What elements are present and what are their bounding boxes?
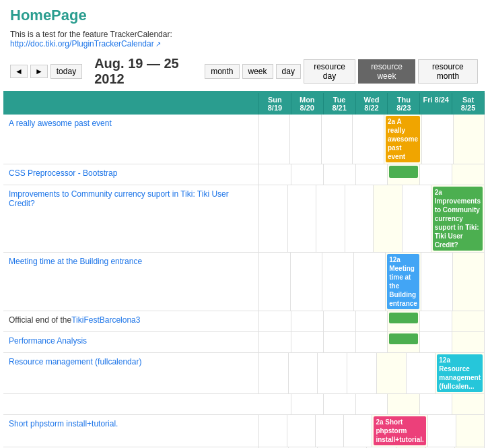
cal-cell-sat xyxy=(453,253,485,311)
cal-cell-mon xyxy=(288,185,317,252)
event-label[interactable]: Performance Analysis xyxy=(3,332,259,352)
cal-cell-sat xyxy=(452,311,485,331)
header-sat: Sat 8/25 xyxy=(452,93,485,115)
page-title: HomePage xyxy=(10,7,478,24)
cal-cell-wed xyxy=(354,253,386,311)
table-row: Meeting time at the Building entrance 12… xyxy=(3,253,485,311)
calendar: Sun 8/19 Mon8/20 Tue 8/21 Wed8/22 Thu 8/… xyxy=(3,91,485,448)
cal-cell-tue xyxy=(322,253,354,311)
table-row: Official end of the TikiFestBarcelona3 xyxy=(3,311,485,332)
header-mon: Mon8/20 xyxy=(291,93,324,115)
cal-cell-fri xyxy=(421,253,453,311)
cal-cell-sun xyxy=(259,353,289,393)
event-block[interactable]: 12a Resource management (fullcalen... xyxy=(437,354,483,392)
cal-cell-wed xyxy=(345,185,374,252)
spacer-row xyxy=(3,394,485,415)
cal-cell-tue xyxy=(324,332,356,352)
cal-cell-sun xyxy=(259,115,290,164)
cal-cell-tue xyxy=(324,164,356,185)
cal-cell-sat xyxy=(452,332,485,352)
header-fri: Fri 8/24 xyxy=(420,93,452,115)
cal-cell-sun xyxy=(259,253,291,311)
event-label[interactable]: A really awesome past event xyxy=(3,115,259,164)
cal-cell-sun xyxy=(259,415,287,447)
tracker-calendar-link[interactable]: http://doc.tiki.org/PluginTrackerCalenda… xyxy=(10,39,161,49)
cal-cell-fri xyxy=(407,353,436,393)
event-label[interactable]: Meeting time at the Building entrance xyxy=(3,253,259,311)
table-row: Improvements to Community currency supor… xyxy=(3,185,485,253)
cal-cell-sat: 2a Improvements to Community currency su… xyxy=(431,185,485,252)
cal-cell-thu: 2a Short phpstorm install+tutorial. xyxy=(372,415,427,447)
header-wed: Wed8/22 xyxy=(356,93,388,115)
next-button[interactable]: ► xyxy=(30,65,48,78)
cal-cell-fri xyxy=(420,164,452,185)
view-week-button[interactable]: week xyxy=(242,64,273,79)
cal-cell-wed xyxy=(356,164,388,185)
view-resource-month-button[interactable]: resource month xyxy=(418,59,478,84)
calendar-header: Sun 8/19 Mon8/20 Tue 8/21 Wed8/22 Thu 8/… xyxy=(3,93,485,115)
cal-cell-tue xyxy=(316,185,345,252)
page-header: HomePage This is a test for the feature … xyxy=(0,0,488,52)
cal-cell-mon xyxy=(289,353,318,393)
view-month-button[interactable]: month xyxy=(205,64,239,79)
cal-cell-thu xyxy=(377,353,407,393)
header-sun: Sun 8/19 xyxy=(259,93,291,115)
table-row: Performance Analysis xyxy=(3,332,485,353)
cal-cell-tue xyxy=(318,353,347,393)
cal-cell-wed xyxy=(353,115,384,164)
event-block[interactable]: 2a Improvements to Community currency su… xyxy=(433,187,483,251)
event-block[interactable] xyxy=(389,333,418,344)
event-block[interactable]: 12a Meeting time at the Building entranc… xyxy=(387,254,419,309)
cal-cell-tue xyxy=(324,311,356,331)
event-label[interactable]: Improvements to Community currency supor… xyxy=(3,185,259,252)
header-label xyxy=(3,93,259,115)
event-block[interactable]: 2a Short phpstorm install+tutorial. xyxy=(374,416,425,445)
cal-cell-thu xyxy=(388,164,420,185)
calendar-body: A really awesome past event 2a A really … xyxy=(3,115,485,448)
prev-button[interactable]: ◄ xyxy=(10,65,28,78)
cal-cell-sat xyxy=(452,164,485,185)
cal-cell-sat: 12a Resource management (fullcalen... xyxy=(435,353,485,393)
table-row: Short phpstorm install+tutorial. 2a Shor… xyxy=(3,415,485,447)
cal-cell-mon xyxy=(291,164,324,185)
cal-cell-sat xyxy=(456,415,485,447)
cal-cell-mon xyxy=(287,415,316,447)
cal-cell-thu xyxy=(388,311,420,331)
event-label[interactable]: Short phpstorm install+tutorial. xyxy=(3,415,259,447)
cal-cell-fri xyxy=(422,115,454,164)
cal-cell-tue xyxy=(316,415,344,447)
cal-cell-fri xyxy=(403,185,431,252)
cal-cell-fri xyxy=(428,415,456,447)
table-row: Resource management (fullcalendar) 12a R… xyxy=(3,353,485,394)
cal-cell-thu: 2a A really awesome past event xyxy=(384,115,422,164)
cal-cell-mon xyxy=(291,332,324,352)
view-resource-day-button[interactable]: resource day xyxy=(304,59,355,84)
event-label[interactable]: CSS Preprocessor - Bootstrap xyxy=(3,164,259,185)
cal-cell-wed xyxy=(344,415,372,447)
page-subtitle: This is a test for the feature TrackerCa… xyxy=(10,30,478,49)
cal-cell-wed xyxy=(356,332,388,352)
today-button[interactable]: today xyxy=(50,64,82,79)
event-block[interactable] xyxy=(389,313,418,323)
cal-cell-fri xyxy=(420,332,452,352)
cal-cell-thu xyxy=(374,185,403,252)
event-block[interactable]: 2a A really awesome past event xyxy=(386,116,420,162)
cal-cell-fri xyxy=(420,311,452,331)
view-resource-week-button[interactable]: resource week xyxy=(358,59,415,84)
event-label[interactable]: Official end of the TikiFestBarcelona3 xyxy=(3,311,259,331)
table-row: A really awesome past event 2a A really … xyxy=(3,115,485,164)
cal-cell-sun xyxy=(259,311,291,331)
header-thu: Thu 8/23 xyxy=(388,93,420,115)
cal-cell-sun xyxy=(259,332,291,352)
cal-cell-sun xyxy=(259,185,288,252)
cal-cell-thu: 12a Meeting time at the Building entranc… xyxy=(386,253,421,311)
header-tue: Tue 8/21 xyxy=(324,93,356,115)
view-day-button[interactable]: day xyxy=(276,64,301,79)
event-label[interactable]: Resource management (fullcalendar) xyxy=(3,353,259,393)
cal-cell-wed xyxy=(347,353,377,393)
cal-cell-mon xyxy=(291,311,324,331)
cal-cell-sat xyxy=(454,115,485,164)
cal-cell-wed xyxy=(356,311,388,331)
toolbar: ◄ ► today Aug. 19 — 25 2012 month week d… xyxy=(0,52,488,91)
event-block[interactable] xyxy=(389,166,418,178)
